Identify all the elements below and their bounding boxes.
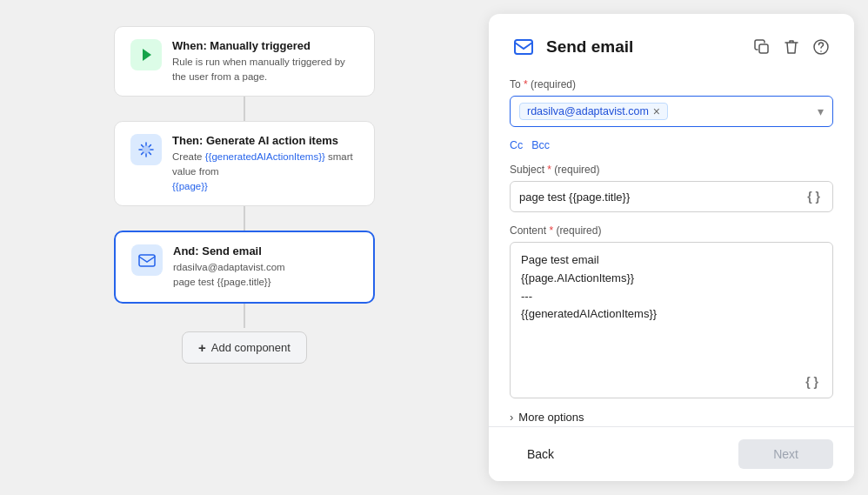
subject-value: page test {{page.title}}: [519, 191, 804, 204]
svg-rect-2: [515, 40, 532, 54]
right-panel-inner: Send email: [489, 14, 854, 426]
subject-form-group: Subject * (required) page test {{page.ti…: [510, 164, 833, 212]
bcc-link[interactable]: Bcc: [531, 139, 550, 151]
more-options-row[interactable]: › More options: [510, 411, 833, 424]
ai-highlight-2: {{page}}: [172, 181, 208, 191]
panel-title: Send email: [546, 37, 633, 57]
send-email-card-title: And: Send email: [173, 244, 285, 258]
trash-icon: [783, 38, 800, 56]
subject-required: *: [547, 164, 551, 176]
panel-header: Send email: [510, 33, 833, 61]
panel-email-icon: [510, 33, 537, 61]
to-dropdown-icon: ▾: [818, 104, 824, 118]
ai-action-card-desc: Create {{generatedAIActionItems}} smart …: [172, 150, 358, 193]
connector-1: [244, 97, 245, 121]
send-email-card[interactable]: And: Send email rdasilva@adaptavist.com …: [114, 231, 375, 303]
send-email-card-content: And: Send email rdasilva@adaptavist.com …: [173, 244, 285, 289]
delete-button[interactable]: [779, 35, 804, 59]
left-panel: When: Manually triggered Rule is run whe…: [0, 0, 489, 495]
to-required: *: [524, 78, 528, 90]
to-label: To * (required): [510, 78, 833, 90]
more-options-chevron-icon: ›: [510, 411, 513, 424]
cc-link[interactable]: Cc: [510, 139, 523, 151]
svg-rect-1: [139, 255, 155, 266]
panel-footer: Back Next: [489, 426, 854, 481]
trigger-card-desc: Rule is run when manually triggered by t…: [172, 55, 358, 84]
ai-action-icon: [130, 134, 162, 165]
send-email-card-desc: rdasilva@adaptavist.com page test {{page…: [173, 260, 285, 289]
ai-action-card[interactable]: Then: Generate AI action items Create {{…: [114, 121, 375, 206]
to-form-group: To * (required) rdasilva@adaptavist.com …: [510, 78, 833, 127]
svg-point-5: [820, 50, 822, 52]
content-form-group: Content * (required) Page test email {{p…: [510, 224, 833, 398]
add-component-button[interactable]: + Add component: [182, 331, 307, 364]
trigger-card-title: When: Manually triggered: [172, 39, 358, 52]
connector-3: [244, 304, 245, 328]
subject-label: Subject * (required): [510, 164, 833, 176]
subject-template-button[interactable]: { }: [804, 190, 824, 204]
trigger-desc-text: Rule is run when manually triggered by t…: [172, 57, 345, 82]
copy-icon: [753, 38, 771, 56]
plus-icon: +: [198, 340, 206, 355]
subject-field[interactable]: page test {{page.title}} { }: [510, 181, 833, 212]
ai-action-card-content: Then: Generate AI action items Create {{…: [172, 134, 358, 193]
ai-highlight-1: {{generatedAIActionItems}}: [205, 151, 325, 162]
ai-action-card-title: Then: Generate AI action items: [172, 134, 358, 147]
content-template-button[interactable]: { }: [802, 375, 822, 389]
connector-2: [244, 206, 245, 231]
content-required: *: [549, 224, 553, 237]
svg-rect-3: [759, 44, 768, 53]
cc-bcc-row: Cc Bcc: [510, 139, 833, 151]
help-icon: [812, 38, 830, 56]
panel-actions: [750, 35, 833, 59]
send-email-icon: [131, 244, 163, 276]
help-button[interactable]: [809, 35, 833, 59]
trigger-card-content: When: Manually triggered Rule is run whe…: [172, 39, 358, 84]
to-tag-email: rdasilva@adaptavist.com: [527, 105, 649, 117]
more-options-label: More options: [518, 411, 584, 424]
next-button[interactable]: Next: [738, 439, 833, 469]
panel-title-row: Send email: [510, 33, 633, 61]
right-panel: Send email: [489, 14, 854, 481]
to-tag: rdasilva@adaptavist.com ×: [519, 103, 668, 120]
content-label: Content * (required): [510, 224, 833, 237]
content-field[interactable]: Page test email {{page.AIActionItems}} -…: [510, 242, 833, 398]
content-value: Page test email {{page.AIActionItems}} -…: [521, 251, 822, 368]
to-field[interactable]: rdasilva@adaptavist.com × ▾: [510, 96, 833, 127]
copy-button[interactable]: [750, 35, 774, 59]
add-component-label: Add component: [211, 341, 290, 354]
remove-tag-button[interactable]: ×: [653, 105, 660, 117]
trigger-card[interactable]: When: Manually triggered Rule is run whe…: [114, 26, 375, 97]
back-button[interactable]: Back: [510, 440, 571, 468]
trigger-icon: [130, 39, 162, 70]
